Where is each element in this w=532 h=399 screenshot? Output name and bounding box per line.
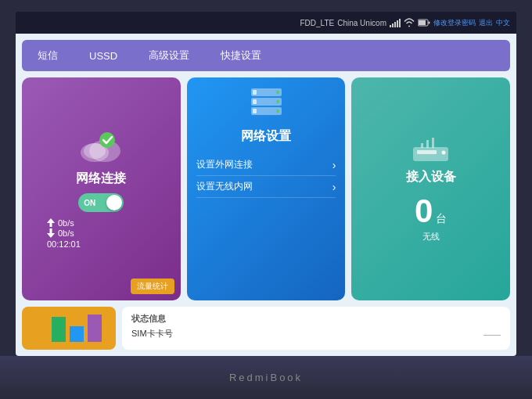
network-type: FDD_LTE [300,19,334,27]
router-icon [409,135,452,163]
status-info-panel: 状态信息 SIM卡卡号 —— [122,307,510,350]
access-devices-card: 接入设备 0 台 无线 [351,77,510,300]
status-info-title: 状态信息 [131,313,501,325]
tab-advanced[interactable]: 高级设置 [142,45,196,66]
sim-row: SIM卡卡号 —— [131,328,501,340]
tab-sms[interactable]: 短信 [31,45,64,66]
download-speed: 0b/s [58,228,74,238]
svg-rect-24 [426,140,429,148]
wan-label: 设置外网连接 [196,158,253,171]
network-conn-title: 网络连接 [76,171,126,187]
menu-item-wan[interactable]: 设置外网连接 › [196,154,336,176]
svg-marker-7 [47,218,55,223]
battery-icon [418,19,430,27]
carrier-name: China Unicom [337,19,386,27]
sim-label: SIM卡卡号 [131,328,173,340]
tab-quick[interactable]: 快捷设置 [214,45,268,66]
svg-point-6 [99,132,115,148]
wifi-icon [404,18,415,27]
toggle-on-label: ON [84,199,95,207]
svg-point-22 [442,151,446,155]
status-bar: FDD_LTE China Unicom 修改登录密 [16,12,516,34]
laptop-bottom-bar: RedmiBook [0,356,532,399]
flow-chart-icon [30,311,108,346]
svg-rect-15 [253,99,257,104]
server-icon [245,87,288,122]
wlan-label: 设置无线内网 [196,180,253,193]
svg-rect-12 [253,90,257,95]
download-arrow-icon [47,228,55,238]
cloud-check-icon [77,129,124,164]
tab-bar: 短信 USSD 高级设置 快捷设置 [22,40,510,71]
speed-info: 0b/s 0b/s [31,218,171,238]
toggle-knob [106,195,122,210]
device-count: 0 [415,195,433,228]
upload-speed-row: 0b/s [47,218,74,228]
svg-rect-1 [419,20,426,25]
bottom-row: 状态信息 SIM卡卡号 —— [22,307,510,350]
svg-rect-28 [70,326,84,342]
svg-rect-8 [50,223,52,227]
svg-rect-2 [429,22,430,24]
wlan-arrow-icon: › [332,181,336,193]
upload-speed: 0b/s [58,218,74,228]
svg-rect-18 [253,109,257,113]
screen-area: FDD_LTE China Unicom 修改登录密 [16,12,516,356]
network-settings-title: 网络设置 [241,128,291,145]
svg-rect-25 [432,138,434,148]
wireless-label: 无线 [422,231,440,243]
svg-rect-21 [417,150,437,154]
wan-arrow-icon: › [332,159,336,171]
timer-display: 00:12:01 [31,239,81,249]
exit-action[interactable]: 退出 [479,18,493,28]
tab-ussd[interactable]: USSD [83,47,124,65]
svg-rect-29 [88,315,102,342]
cards-row: 网络连接 ON 0b/s [22,77,510,300]
download-speed-row: 0b/s [47,228,74,238]
svg-rect-27 [52,317,66,342]
svg-rect-23 [421,143,423,148]
main-content: 短信 USSD 高级设置 快捷设置 [16,34,516,356]
device-unit: 台 [436,212,447,226]
svg-point-19 [276,110,279,113]
svg-rect-26 [34,322,48,342]
svg-rect-9 [50,228,52,233]
upload-arrow-icon [47,218,55,228]
flow-stats-panel [22,307,116,350]
menu-item-wlan[interactable]: 设置无线内网 › [196,176,336,198]
svg-point-13 [276,91,279,94]
modify-password-action[interactable]: 修改登录密码 [433,18,476,28]
network-connection-card: 网络连接 ON 0b/s [22,77,181,300]
flow-stats-button[interactable]: 流量统计 [131,279,174,294]
svg-marker-10 [47,233,55,238]
network-toggle[interactable]: ON [78,193,124,212]
sim-value: —— [483,329,501,339]
svg-point-16 [276,100,279,103]
access-devices-title: 接入设备 [406,169,456,185]
laptop-frame: FDD_LTE China Unicom 修改登录密 [0,0,532,399]
language-action[interactable]: 中文 [496,18,510,28]
laptop-brand: RedmiBook [229,372,303,383]
signal-bars-icon [390,18,401,27]
network-settings-card: 网络设置 设置外网连接 › 设置无线内网 › [187,77,346,300]
